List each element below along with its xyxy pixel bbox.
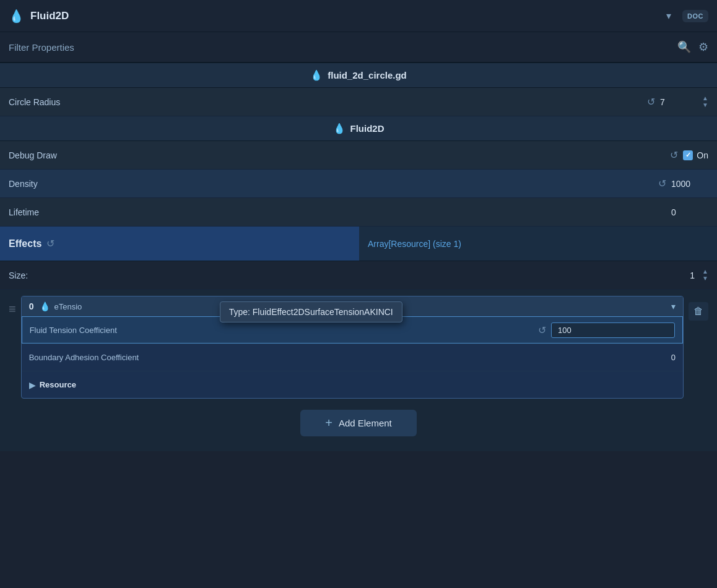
filter-label: Filter Properties xyxy=(9,42,677,53)
boundary-adhesion-row: Boundary Adhesion Coefficient 0 xyxy=(22,344,683,371)
size-value[interactable]: 1 xyxy=(690,270,695,280)
density-reset-icon[interactable]: ↺ xyxy=(658,178,666,189)
script-label: fluid_2d_circle.gd xyxy=(328,70,407,80)
debug-draw-on-label: On xyxy=(697,150,708,160)
array-area: ≡ 0 Type: FluidEffect2DSurfaceTensionAKI… xyxy=(0,290,717,451)
circle-radius-spinner[interactable]: ▲ ▼ xyxy=(702,95,708,108)
circle-radius-row: Circle Radius ↺ 7 ▲ ▼ xyxy=(0,88,717,116)
effects-left: Effects ↺ xyxy=(0,227,359,261)
density-row: Density ↺ 1000 xyxy=(0,170,717,198)
drag-handle-icon[interactable]: ≡ xyxy=(9,296,16,316)
resource-chevron-icon: ▶ xyxy=(29,380,36,390)
debug-draw-row: Debug Draw ↺ ✓ On xyxy=(0,141,717,170)
fluid2d-section-label: Fluid2D xyxy=(350,123,385,134)
density-value[interactable]: 1000 xyxy=(671,179,708,189)
resource-row[interactable]: ▶ Resource xyxy=(22,371,683,398)
circle-radius-value[interactable]: 7 xyxy=(660,97,697,107)
circle-radius-label: Circle Radius xyxy=(9,97,647,107)
add-element-label: Add Element xyxy=(339,418,392,428)
tooltip: Type: FluidEffect2DSurfaceTensionAKINCI xyxy=(220,301,402,322)
checkbox-check-icon: ✓ xyxy=(685,151,691,159)
size-label: Size: xyxy=(9,270,690,280)
lifetime-value[interactable]: 0 xyxy=(671,207,708,217)
boundary-adhesion-controls: 0 xyxy=(671,353,676,362)
effects-array-label: Array[Resource] (size 1) xyxy=(368,239,461,249)
effects-row: Effects ↺ Array[Resource] (size 1) xyxy=(0,227,717,261)
add-plus-icon: + xyxy=(325,416,332,430)
density-label: Density xyxy=(9,179,658,189)
add-element-bar: + Add Element xyxy=(9,401,708,445)
fluid2d-section-icon: 💧 xyxy=(333,123,345,134)
resource-label: Resource xyxy=(40,380,76,389)
size-spinner[interactable]: ▲ ▼ xyxy=(702,269,708,282)
element-header: 0 Type: FluidEffect2DSurfaceTensionAKINC… xyxy=(22,296,683,316)
search-icon[interactable]: 🔍 xyxy=(677,40,691,54)
tooltip-text: Type: FluidEffect2DSurfaceTensionAKINCI xyxy=(229,307,393,317)
delete-button[interactable]: 🗑 xyxy=(689,302,708,321)
size-row: Size: 1 ▲ ▼ xyxy=(0,261,717,290)
filter-bar: Filter Properties 🔍 ⚙ xyxy=(0,32,717,63)
fluid-tension-controls: ↺ xyxy=(538,322,675,338)
circle-radius-controls: ↺ 7 ▲ ▼ xyxy=(647,95,708,108)
boundary-adhesion-label: Boundary Adhesion Coefficient xyxy=(29,353,671,362)
fluid2d-icon: 💧 xyxy=(9,9,24,24)
effects-reset-icon[interactable]: ↺ xyxy=(46,238,54,249)
fluid-tension-reset-icon[interactable]: ↺ xyxy=(538,324,546,336)
settings-icon[interactable]: ⚙ xyxy=(698,40,708,54)
circle-radius-reset-icon[interactable]: ↺ xyxy=(647,96,655,108)
boundary-adhesion-value[interactable]: 0 xyxy=(671,353,676,362)
element-type-text: eTensio xyxy=(54,302,82,311)
spinner-up-icon[interactable]: ▲ xyxy=(702,95,708,102)
debug-draw-checkbox-wrap: ✓ On xyxy=(683,150,708,160)
main-panel: 💧 Fluid2D ▾ DOC Filter Properties 🔍 ⚙ 💧 … xyxy=(0,0,717,451)
size-spinner-up-icon[interactable]: ▲ xyxy=(702,269,708,275)
fluid2d-section-header: 💧 Fluid2D xyxy=(0,116,717,141)
lifetime-controls: 0 xyxy=(671,207,708,217)
element-type-dropdown[interactable]: ▾ xyxy=(671,301,676,311)
fluid-tension-input[interactable] xyxy=(551,322,675,338)
debug-draw-controls: ↺ ✓ On xyxy=(670,149,708,161)
element-card: 0 Type: FluidEffect2DSurfaceTensionAKINC… xyxy=(21,296,684,399)
size-spinner-down-icon[interactable]: ▼ xyxy=(702,275,708,282)
debug-draw-label: Debug Draw xyxy=(9,150,670,160)
element-index: 0 xyxy=(29,301,34,311)
add-element-button[interactable]: + Add Element xyxy=(300,410,417,436)
effects-label: Effects xyxy=(9,238,41,249)
script-icon: 💧 xyxy=(310,69,323,81)
filter-icons: 🔍 ⚙ xyxy=(677,40,708,54)
main-content: 💧 fluid_2d_circle.gd Circle Radius ↺ 7 ▲… xyxy=(0,63,717,451)
debug-draw-checkbox[interactable]: ✓ xyxy=(683,150,693,160)
effects-right[interactable]: Array[Resource] (size 1) xyxy=(359,227,717,261)
fluid-tension-label: Fluid Tension Coefficient xyxy=(30,326,538,335)
spinner-down-icon[interactable]: ▼ xyxy=(702,102,708,108)
panel-title: Fluid2D xyxy=(30,10,666,22)
density-controls: ↺ 1000 xyxy=(658,178,708,189)
dropdown-chevron-icon[interactable]: ▾ xyxy=(671,301,676,311)
debug-draw-reset-icon[interactable]: ↺ xyxy=(670,149,678,161)
doc-button[interactable]: DOC xyxy=(682,10,708,22)
element-type-icon: 💧 xyxy=(40,301,50,311)
lifetime-row: Lifetime 0 xyxy=(0,198,717,227)
chevron-down-icon[interactable]: ▾ xyxy=(666,10,671,22)
top-bar: 💧 Fluid2D ▾ DOC xyxy=(0,0,717,32)
lifetime-label: Lifetime xyxy=(9,207,671,217)
script-section-header: 💧 fluid_2d_circle.gd xyxy=(0,63,717,88)
element-row: ≡ 0 Type: FluidEffect2DSurfaceTensionAKI… xyxy=(9,296,708,399)
